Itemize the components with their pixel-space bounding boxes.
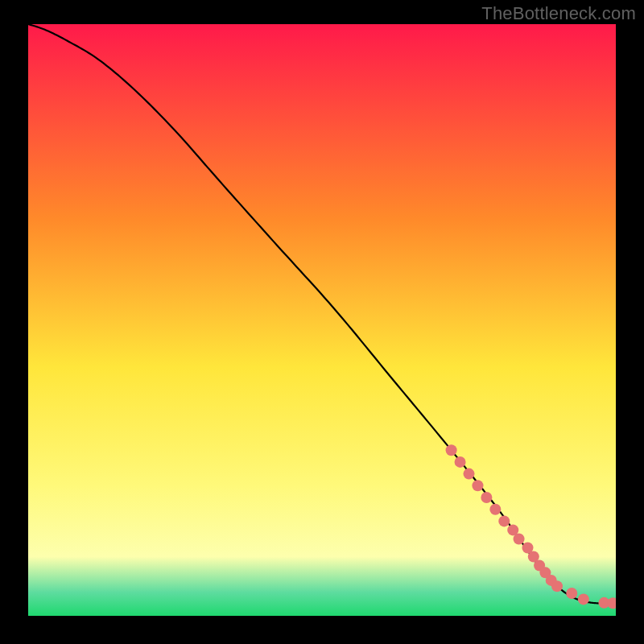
data-point [566,588,577,599]
gradient-background [28,24,616,616]
watermark-text: TheBottleneck.com [481,3,636,24]
data-point [481,492,492,503]
data-point [498,515,510,526]
data-point [472,480,483,491]
data-point [455,456,466,468]
data-point [514,533,525,544]
data-point [551,580,563,592]
plot-svg [28,24,616,616]
chart-stage: TheBottleneck.com [0,0,644,644]
data-point [446,444,457,456]
data-point [578,593,589,605]
data-point [464,469,475,480]
data-point [489,504,501,515]
plot-area [28,24,616,616]
